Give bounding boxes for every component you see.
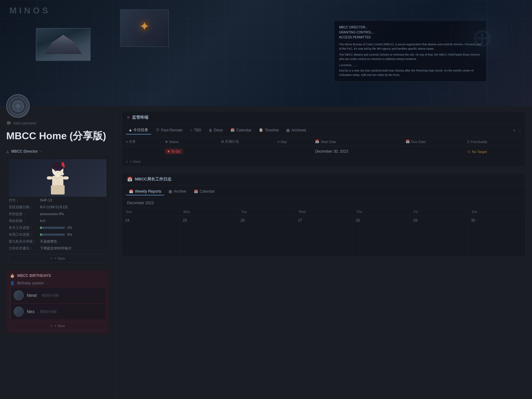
cal-cell-26[interactable]: 26: [237, 216, 295, 256]
table-row[interactable]: To Do December 30, 2023 ⚠ No Target: [122, 146, 525, 157]
punctuality-cell: ⚠ No Target: [464, 146, 525, 157]
terminal-table: ≡ 任务 ◈ Status ⊞: [122, 137, 525, 157]
timeline-icon: 📋: [259, 128, 263, 132]
cal-header-sat: Sat: [468, 208, 525, 215]
status-badge: To Do: [165, 149, 183, 154]
tab-archived[interactable]: ▦ Archived: [283, 127, 309, 134]
journal-title-bar: 📅 MBCC局长工作日志: [122, 173, 525, 185]
col-status: ◈ Status: [161, 137, 217, 146]
cal-header-tue: Tue: [237, 208, 295, 215]
director-new-button[interactable]: + + New: [9, 254, 106, 263]
stat-promotion: 升职进度： jooooooooo 0%: [9, 210, 106, 217]
banner-image-2: [120, 9, 169, 47]
cal-cell-29[interactable]: 29: [410, 216, 468, 256]
director-section-header[interactable]: △ MBCC Director ›: [6, 149, 109, 154]
mbcc-logo-svg: [12, 100, 24, 112]
birthdays-plus-icon: +: [50, 324, 52, 328]
svg-point-17: [59, 169, 61, 171]
page-title: MBCC Home (分享版): [6, 129, 109, 143]
cal-cell-25[interactable]: 25: [180, 216, 238, 256]
day-cell: [274, 146, 312, 157]
birthday-chevron: ›: [46, 282, 47, 285]
tab-archive[interactable]: ▦ Archive: [165, 188, 189, 195]
cal-header-mon: Mon: [180, 208, 238, 215]
cal-cell-30[interactable]: 30: [468, 216, 525, 256]
add-new-row-btn[interactable]: + + New: [122, 157, 525, 166]
archive-icon: ▦: [169, 189, 172, 194]
cal-cell-24[interactable]: 24: [122, 216, 180, 256]
table-add-column-btn[interactable]: +: [513, 128, 515, 133]
terminal-title: 监管终端: [132, 115, 148, 120]
svg-point-19: [60, 172, 64, 175]
journal-icon: 📅: [127, 177, 132, 182]
newt-avatar: [14, 290, 24, 300]
journal-calendar-icon: 📅: [194, 190, 198, 194]
add-row-plus-icon: +: [126, 160, 128, 164]
birthdays-new-button[interactable]: + + New: [10, 322, 105, 330]
triangle-icon: △: [6, 150, 9, 153]
stat-code: 代号： SHP-13: [9, 197, 106, 204]
stat-notice: 兰利长官通讯： 下周提交3000字检讨: [9, 245, 106, 252]
day-col-icon: ≡: [278, 140, 279, 144]
logo-inner: [9, 97, 27, 115]
director-label: MBCC Director: [11, 149, 38, 154]
table-more-btn[interactable]: ···: [518, 128, 522, 133]
status-cell: To Do: [161, 146, 217, 157]
banner-title: MINOS: [9, 6, 51, 16]
birthday-system[interactable]: 👤 Birthday system ›: [10, 281, 105, 285]
due-date-cell: [402, 146, 464, 157]
col-due-date: 📅 Due Date: [402, 137, 464, 146]
tab-journal-calendar[interactable]: 📅 Calendar: [191, 188, 218, 195]
tab-weekly-reports[interactable]: 📅 Weekly Reports: [126, 188, 164, 195]
past-remain-icon: ⏱: [156, 128, 160, 132]
cal-header-sun: Sun: [122, 208, 180, 215]
archived-icon: ▦: [286, 128, 290, 132]
terminal-tabs: ◈ 今日任务 ⏱ Past Remain ○ TBD 🗑 Done 📅: [122, 124, 525, 137]
col-action: ⊞ 所属行动: [217, 137, 274, 146]
sidebar-logo: [6, 94, 30, 118]
today-tasks-icon: ◈: [129, 128, 132, 132]
tab-done[interactable]: 🗑 Done: [206, 127, 226, 134]
plus-icon: +: [50, 256, 52, 261]
col-start-date: 📅 Start Date: [311, 137, 401, 146]
cal-cell-28[interactable]: 28: [352, 216, 410, 256]
stat-rating: 第九机关月评级： 不及格警告: [9, 238, 106, 245]
terminal-list-icon: ≡: [127, 115, 130, 120]
sidebar: 💬 Add comment MBCC Home (分享版) △ MBCC Dir…: [0, 106, 116, 399]
stat-level: 局长职级： lv.0: [9, 217, 106, 224]
banner-emblem: ⊕: [451, 6, 513, 69]
tab-tbd[interactable]: ○ TBD: [187, 127, 204, 134]
birthdays-section: 🎂 MBCC BIRTHDAYS 👤 Birthday system › New…: [6, 270, 109, 333]
col-punctuality: Σ Punctuality: [464, 137, 525, 146]
cal-header-wed: Wed: [295, 208, 353, 215]
punctuality-col-icon: Σ: [467, 140, 470, 144]
cake-icon: 🎂: [10, 273, 15, 278]
journal-title: MBCC局长工作日志: [135, 176, 171, 182]
weekly-reports-icon: 📅: [129, 190, 133, 194]
director-chevron: ›: [40, 150, 41, 153]
tab-today-tasks[interactable]: ◈ 今日任务: [126, 126, 151, 135]
terminal-title-bar: ≡ 监管终端: [122, 111, 525, 124]
tab-past-remain[interactable]: ⏱ Past Remain: [153, 127, 186, 134]
cal-cell-27[interactable]: 27: [295, 216, 353, 256]
add-comment-btn[interactable]: 💬 Add comment: [6, 121, 109, 126]
status-col-icon: ◈: [165, 140, 168, 144]
birthdays-header: 🎂 MBCC BIRTHDAYS: [10, 273, 105, 278]
tab-calendar[interactable]: 📅 Calendar: [227, 127, 255, 134]
terminal-section: ≡ 监管终端 ◈ 今日任务 ⏱ Past Remain ○ TBD 🗑: [122, 111, 526, 167]
page-container: 💬 Add comment MBCC Home (分享版) △ MBCC Dir…: [0, 106, 532, 399]
stat-weekly-progress: 本周工作进度： 5%: [9, 231, 106, 238]
banner-image-1: [36, 28, 91, 61]
status-dot: [168, 150, 170, 152]
director-image: [9, 159, 106, 197]
person-icon: 👤: [10, 281, 15, 285]
tab-timeline[interactable]: 📋 Timeline: [256, 127, 282, 134]
svg-point-18: [57, 172, 58, 173]
stat-date: 至统创建日期： N.F.113年11月1日: [9, 204, 106, 210]
stats-list: 代号： SHP-13 至统创建日期： N.F.113年11月1日 升职进度： j…: [9, 197, 106, 252]
cal-header-fri: Fri: [410, 208, 468, 215]
warning-icon: ⚠: [467, 150, 470, 154]
calendar-grid: Sun Mon Tue Wed Thu Fri Sat: [122, 208, 525, 216]
col-task: ≡ 任务: [122, 137, 161, 146]
list-item-newt: Newt 第四行动组: [10, 288, 105, 303]
